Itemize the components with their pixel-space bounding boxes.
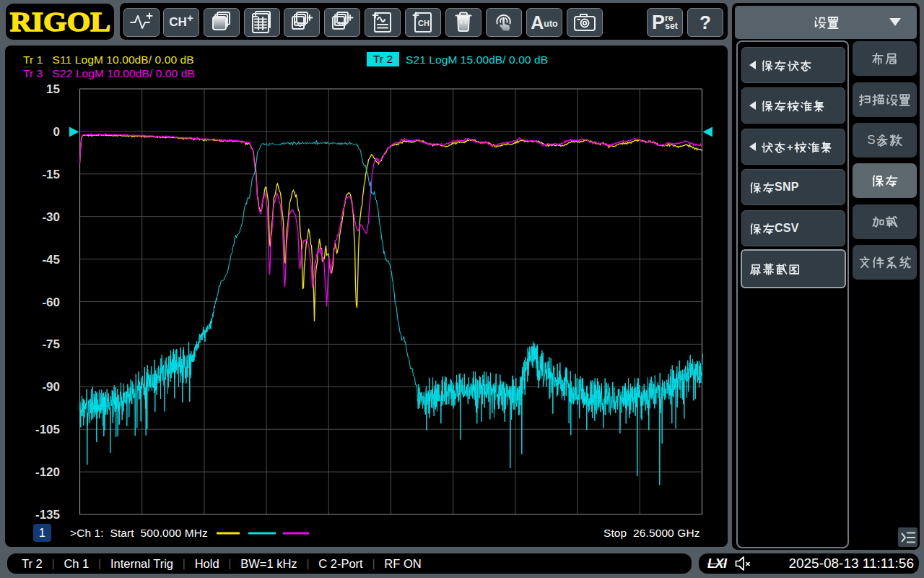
svg-text:CH: CH xyxy=(334,20,344,27)
svg-text:-15: -15 xyxy=(42,168,60,181)
svg-text:-90: -90 xyxy=(42,380,60,394)
svg-text:-30: -30 xyxy=(42,210,60,224)
svg-text:0: 0 xyxy=(53,125,60,139)
svg-text:-45: -45 xyxy=(42,253,60,267)
svg-text:-135: -135 xyxy=(35,508,60,522)
svg-text:-75: -75 xyxy=(42,337,60,351)
svg-text:-105: -105 xyxy=(35,423,60,436)
svg-text:-120: -120 xyxy=(35,465,60,479)
svg-text:15: 15 xyxy=(46,82,60,96)
svg-text:CH: CH xyxy=(418,19,430,27)
svg-text:-60: -60 xyxy=(42,296,60,309)
